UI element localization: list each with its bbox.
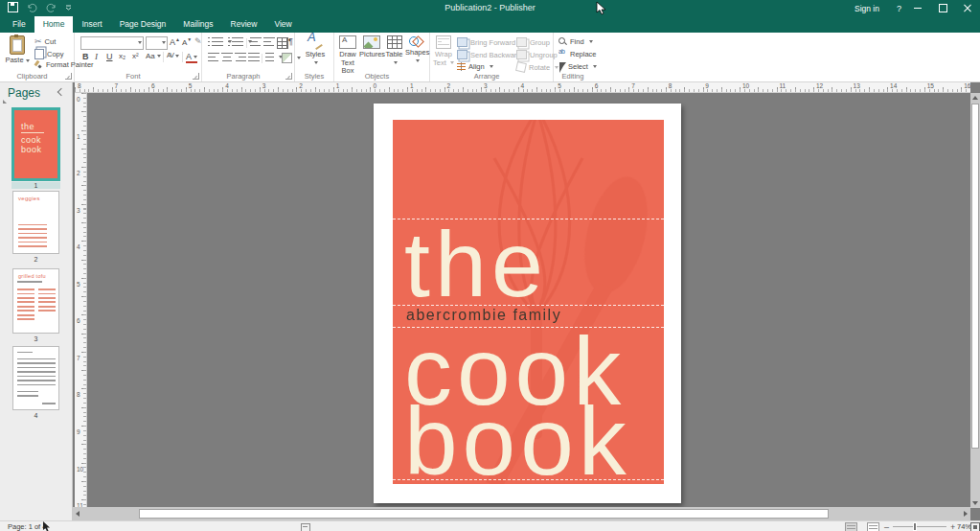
horizontal-scrollbar[interactable] (73, 507, 970, 520)
single-page-view-button[interactable] (845, 522, 857, 531)
object-position-icon[interactable] (301, 523, 310, 531)
shrink-font-button[interactable]: A▼ (182, 36, 192, 47)
change-case-button[interactable]: Aa (146, 52, 161, 60)
find-button[interactable]: Find (558, 37, 593, 46)
cut-button[interactable]: ✂Cut (34, 37, 56, 46)
vertical-scrollbar[interactable] (970, 93, 980, 508)
paragraph-dialog-launcher[interactable] (285, 73, 292, 80)
scroll-left-icon[interactable] (76, 511, 80, 517)
zoom-slider-track[interactable] (893, 526, 946, 527)
character-spacing-dropdown-icon (175, 55, 179, 58)
show-paragraph-marks-button[interactable]: ¶ (288, 36, 293, 46)
page-number-1[interactable]: 1 (11, 182, 60, 189)
page-number-3[interactable]: 3 (12, 335, 59, 342)
cover-design[interactable]: the abercrombie family cook book (393, 120, 664, 484)
wrap-text-button[interactable]: WrapText (432, 35, 455, 67)
font-dialog-launcher[interactable] (193, 73, 199, 80)
tab-mailings[interactable]: Mailings (174, 16, 221, 33)
draw-text-box-icon (339, 35, 356, 49)
font-name-combobox[interactable] (80, 36, 144, 50)
cover-title-book[interactable]: book (404, 393, 631, 484)
increase-indent-button[interactable] (263, 37, 275, 46)
group-objects: DrawText Box Pictures Table Shapes Objec… (334, 33, 430, 81)
zoom-level[interactable]: 74% (957, 522, 971, 531)
select-button[interactable]: Select (558, 62, 597, 71)
character-spacing-button[interactable]: AV (167, 52, 179, 58)
collapse-pages-panel-icon[interactable] (57, 88, 65, 96)
grow-font-button[interactable]: A▲ (170, 36, 180, 47)
help-button[interactable]: ? (897, 4, 901, 13)
page-number-2[interactable]: 2 (12, 256, 59, 263)
underline-button[interactable]: U (106, 52, 113, 61)
h-ruler-number: 12 (816, 82, 823, 89)
vertical-ruler[interactable]: 01234567891011 (75, 93, 87, 507)
tab-insert[interactable]: Insert (73, 16, 110, 33)
font-color-button[interactable]: A (186, 52, 197, 63)
align-left-button[interactable] (208, 53, 219, 61)
align-center-button[interactable] (221, 53, 233, 61)
replace-icon (558, 50, 567, 58)
justify-button[interactable] (248, 53, 260, 61)
align-button[interactable]: Align (457, 62, 493, 71)
styles-button[interactable]: Styles (303, 35, 328, 67)
vertical-scrollbar-thumb[interactable] (971, 104, 979, 449)
bring-forward-button[interactable]: Bring Forward (457, 37, 524, 47)
group-icon (516, 37, 527, 47)
page-thumbnail-1[interactable]: the cook book (11, 107, 60, 181)
sign-in-button[interactable]: Sign in (855, 4, 879, 13)
group-button[interactable]: Group (516, 37, 550, 47)
zoom-slider-thumb[interactable] (913, 522, 917, 531)
ungroup-button[interactable]: Ungroup (516, 50, 558, 59)
tab-review[interactable]: Review (222, 16, 266, 33)
superscript-button[interactable]: x² (132, 52, 139, 60)
bold-button[interactable]: B (82, 52, 89, 61)
scroll-right-icon[interactable] (964, 511, 968, 517)
horizontal-ruler[interactable]: 87654321012345678910111213141516 (75, 82, 970, 93)
group-editing: Find Replace Select Editing (554, 33, 602, 81)
decrease-indent-button[interactable] (250, 37, 262, 46)
tab-page-design[interactable]: Page Design (111, 16, 175, 33)
zoom-in-button[interactable]: + (950, 522, 955, 531)
subscript-button[interactable]: x₂ (119, 52, 125, 60)
paste-button[interactable]: Paste (4, 35, 31, 65)
ribbon: Paste ✂Cut Copy Format Painter Clipboard… (0, 33, 980, 82)
thumbnail-1-subtitle-line (21, 132, 44, 133)
tab-file[interactable]: File (4, 16, 34, 33)
publication-page[interactable]: the abercrombie family cook book (374, 104, 681, 503)
two-page-spread-view-button[interactable] (867, 522, 879, 531)
align-right-button[interactable] (235, 53, 246, 61)
clear-formatting-button[interactable]: ✎ (194, 36, 202, 46)
restore-button[interactable] (930, 0, 955, 16)
numbering-button[interactable] (228, 37, 252, 46)
tab-home[interactable]: Home (34, 16, 74, 33)
font-size-combobox[interactable] (146, 36, 168, 50)
line-spacing-button[interactable] (265, 53, 283, 61)
page-indicator[interactable]: Page: 1 of 4 (8, 522, 46, 531)
close-button[interactable] (955, 0, 980, 16)
shapes-button[interactable]: Shapes (405, 35, 428, 65)
fit-page-icon[interactable] (970, 522, 980, 531)
draw-text-box-button[interactable]: DrawText Box (336, 35, 359, 76)
horizontal-scrollbar-thumb[interactable] (139, 509, 829, 519)
page-thumbnail-4[interactable] (12, 346, 59, 410)
pictures-button[interactable]: Pictures (359, 35, 383, 59)
table-button[interactable]: Table (383, 35, 405, 67)
page-number-4[interactable]: 4 (12, 412, 59, 419)
scroll-down-icon[interactable] (972, 501, 978, 505)
group-arrange: WrapText Bring Forward Send Backward Ali… (430, 33, 554, 81)
page-thumbnail-3[interactable]: grilled tofu (12, 268, 59, 334)
replace-button[interactable]: Replace (558, 50, 597, 58)
thumbnail-3-col2-lines (38, 289, 56, 313)
h-ruler-number: 5 (558, 82, 561, 89)
copy-button[interactable]: Copy (34, 49, 64, 59)
scroll-up-icon[interactable] (972, 96, 978, 100)
minimize-button[interactable] (905, 0, 930, 16)
rotate-button[interactable]: Rotate (516, 62, 558, 72)
clipboard-dialog-launcher[interactable] (65, 73, 72, 80)
tab-view[interactable]: View (265, 16, 300, 33)
italic-button[interactable]: I (95, 52, 98, 61)
page-thumbnail-2[interactable]: veggies (12, 191, 59, 254)
zoom-out-button[interactable]: – (884, 522, 889, 531)
cover-title-the[interactable]: the (404, 218, 548, 311)
columns-button[interactable] (277, 37, 288, 49)
